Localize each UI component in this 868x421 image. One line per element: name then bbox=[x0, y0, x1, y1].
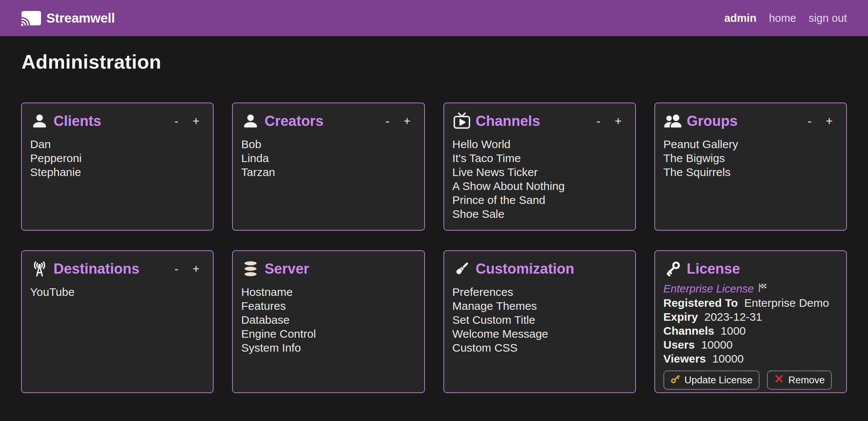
creators-item[interactable]: Linda bbox=[241, 151, 414, 165]
server-item[interactable]: Database bbox=[241, 313, 414, 327]
license-field-row: Viewers10000 bbox=[663, 352, 836, 366]
database-icon bbox=[242, 260, 259, 277]
app-header: Streamwell admin home sign out bbox=[0, 0, 868, 36]
brand: Streamwell bbox=[21, 10, 115, 26]
update-license-button[interactable]: Update License bbox=[663, 370, 760, 390]
card-item-list: DanPepperoniStephanie bbox=[30, 137, 203, 179]
key-icon bbox=[664, 260, 682, 277]
channels-item[interactable]: Prince of the Sand bbox=[452, 193, 625, 207]
card-title: Creators bbox=[264, 113, 380, 129]
groups-item[interactable]: The Squirrels bbox=[663, 165, 836, 179]
groups-item[interactable]: Peanut Gallery bbox=[663, 137, 836, 151]
customization-item[interactable]: Custom CSS bbox=[452, 341, 625, 355]
license-field-value: 10000 bbox=[712, 352, 744, 365]
card-controls: -+ bbox=[169, 261, 203, 276]
card-customization: CustomizationPreferencesManage ThemesSet… bbox=[443, 250, 636, 393]
card-server: ServerHostnameFeaturesDatabaseEngine Con… bbox=[232, 250, 425, 393]
nav-home[interactable]: home bbox=[769, 12, 796, 24]
card-creators: Creators-+BobLindaTarzan bbox=[232, 103, 425, 231]
plus-button[interactable]: + bbox=[822, 113, 836, 129]
server-item[interactable]: Engine Control bbox=[241, 327, 414, 341]
customization-item[interactable]: Preferences bbox=[452, 285, 625, 299]
server-item[interactable]: System Info bbox=[241, 341, 414, 355]
customization-item[interactable]: Set Custom Title bbox=[452, 313, 625, 327]
card-clients: Clients-+DanPepperoniStephanie bbox=[21, 103, 214, 231]
license-field-row: Channels1000 bbox=[663, 324, 836, 338]
card-grid: Clients-+DanPepperoniStephanieCreators-+… bbox=[21, 103, 847, 393]
license-field-label: Expiry bbox=[663, 311, 698, 323]
minus-button[interactable]: - bbox=[802, 113, 817, 129]
card-header: Creators-+ bbox=[241, 112, 414, 130]
card-header: Customization bbox=[452, 260, 625, 277]
license-buttons: Update LicenseRemove bbox=[663, 370, 836, 390]
customization-item[interactable]: Welcome Message bbox=[452, 327, 625, 341]
card-title: Groups bbox=[687, 113, 802, 129]
plus-button[interactable]: + bbox=[400, 113, 414, 129]
license-fields: Registered ToEnterprise DemoExpiry2023-1… bbox=[663, 296, 836, 366]
channels-item[interactable]: Shoe Sale bbox=[452, 207, 625, 221]
button-label: Remove bbox=[788, 374, 825, 386]
nav-admin[interactable]: admin bbox=[724, 12, 756, 24]
card-title: Customization bbox=[476, 261, 625, 277]
brand-name: Streamwell bbox=[46, 11, 115, 26]
license-tier-label: Enterprise License bbox=[663, 283, 754, 295]
card-item-list: BobLindaTarzan bbox=[241, 137, 414, 179]
channels-item[interactable]: It's Taco Time bbox=[452, 151, 625, 165]
clients-item[interactable]: Dan bbox=[30, 137, 203, 151]
license-field-row: Registered ToEnterprise Demo bbox=[663, 296, 836, 310]
plus-button[interactable]: + bbox=[189, 261, 203, 276]
card-item-list: HostnameFeaturesDatabaseEngine ControlSy… bbox=[241, 285, 414, 355]
card-channels: Channels-+Hello WorldIt's Taco TimeLive … bbox=[443, 103, 636, 231]
minus-button[interactable]: - bbox=[169, 113, 183, 129]
channels-item[interactable]: Hello World bbox=[452, 137, 625, 151]
license-field-label: Users bbox=[663, 338, 695, 351]
tv-icon bbox=[453, 112, 471, 130]
card-license: LicenseEnterprise LicenseRegistered ToEn… bbox=[654, 250, 847, 393]
plus-button[interactable]: + bbox=[611, 113, 625, 129]
license-field-label: Viewers bbox=[663, 352, 706, 365]
paintbrush-icon bbox=[453, 260, 471, 277]
page-title: Administration bbox=[21, 51, 868, 73]
server-item[interactable]: Features bbox=[241, 299, 414, 313]
card-groups: Groups-+Peanut GalleryThe BigwigsThe Squ… bbox=[654, 103, 847, 231]
checkered-flag-icon bbox=[758, 283, 767, 295]
channels-item[interactable]: Live News Ticker bbox=[452, 165, 625, 179]
card-item-list: Peanut GalleryThe BigwigsThe Squirrels bbox=[663, 137, 836, 179]
nav-sign-out[interactable]: sign out bbox=[808, 12, 847, 24]
plus-button[interactable]: + bbox=[189, 113, 203, 129]
card-header: Clients-+ bbox=[30, 112, 203, 130]
red-x-icon bbox=[774, 374, 784, 386]
gold-key-icon bbox=[671, 374, 680, 386]
license-field-value: 10000 bbox=[701, 338, 732, 351]
card-item-list: YouTube bbox=[30, 285, 203, 299]
card-header: Server bbox=[241, 260, 414, 277]
card-item-list: PreferencesManage ThemesSet Custom Title… bbox=[452, 285, 625, 355]
server-item[interactable]: Hostname bbox=[241, 285, 414, 299]
card-title: License bbox=[687, 261, 836, 277]
card-title: Server bbox=[264, 261, 414, 277]
license-tier: Enterprise License bbox=[663, 283, 836, 295]
license-field-value: 2023-12-31 bbox=[704, 311, 762, 323]
destinations-item[interactable]: YouTube bbox=[30, 285, 203, 299]
clients-item[interactable]: Pepperoni bbox=[30, 151, 203, 165]
card-destinations: Destinations-+YouTube bbox=[21, 250, 214, 393]
card-title: Clients bbox=[53, 113, 169, 129]
card-header: Groups-+ bbox=[663, 112, 836, 130]
minus-button[interactable]: - bbox=[591, 113, 606, 129]
license-field-label: Channels bbox=[663, 325, 714, 337]
creators-item[interactable]: Tarzan bbox=[241, 165, 414, 179]
channels-item[interactable]: A Show About Nothing bbox=[452, 179, 625, 193]
license-field-value: Enterprise Demo bbox=[744, 297, 829, 309]
clients-item[interactable]: Stephanie bbox=[30, 165, 203, 179]
groups-item[interactable]: The Bigwigs bbox=[663, 151, 836, 165]
button-label: Update License bbox=[685, 374, 753, 386]
person-icon bbox=[31, 112, 48, 130]
card-controls: -+ bbox=[169, 113, 203, 129]
broadcast-tower-icon bbox=[31, 260, 48, 277]
customization-item[interactable]: Manage Themes bbox=[452, 299, 625, 313]
top-nav: admin home sign out bbox=[724, 12, 847, 24]
creators-item[interactable]: Bob bbox=[241, 137, 414, 151]
remove-button[interactable]: Remove bbox=[767, 370, 832, 390]
minus-button[interactable]: - bbox=[381, 113, 395, 129]
minus-button[interactable]: - bbox=[169, 261, 183, 276]
